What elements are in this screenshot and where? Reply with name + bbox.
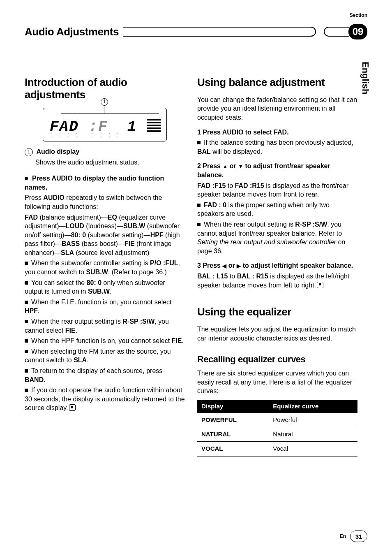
step-1: 1 Press AUDIO to select FAD. (197, 128, 357, 137)
press-audio-text: Press AUDIO repeatedly to switch between… (25, 193, 185, 211)
bullet-square-icon (25, 339, 28, 343)
right-column: Using balance adjustment You can change … (197, 76, 357, 456)
header-rule-left (123, 27, 316, 37)
bullet-square-icon (25, 389, 28, 392)
equalizer-table: Display Equalizer curve POWERFULPowerful… (197, 400, 357, 456)
left-column: Introduction of audio adjustments 1 FAD … (25, 76, 185, 456)
bullet-dot-icon (25, 177, 28, 180)
note-8: If you do not operate the audio function… (25, 386, 185, 412)
footer: En 31 (340, 531, 367, 542)
step-2-range: FAD :F15 to FAD :R15 is displayed as the… (197, 181, 357, 199)
language-tab: English (360, 62, 371, 94)
step-1-note: If the balance setting has been previous… (197, 138, 357, 156)
th-display: Display (197, 400, 269, 413)
end-mark-icon (69, 404, 76, 411)
end-mark-icon (317, 282, 323, 288)
circled-1-icon: 1 (25, 148, 33, 156)
bullet-square-icon (25, 350, 28, 353)
balance-intro: You can change the fader/balance setting… (197, 95, 357, 122)
page-number: 31 (350, 531, 367, 542)
left-triangle-icon: ◀ (222, 263, 226, 269)
lead-instruction: Press AUDIO to display the audio functio… (25, 174, 185, 192)
note-4: When the rear output setting is R-SP :S/… (25, 317, 185, 335)
bullet-square-icon (25, 369, 28, 373)
table-row: NATURALNatural (197, 427, 357, 442)
note-1: When the subwoofer controller setting is… (25, 259, 185, 276)
table-row: VOCALVocal (197, 442, 357, 456)
right-triangle-icon: ▶ (237, 263, 241, 269)
bullet-square-icon (197, 204, 201, 207)
step-2-note-1: FAD : 0 is the proper setting when only … (197, 201, 357, 218)
bullet-square-icon (197, 141, 201, 144)
down-triangle-icon: ▼ (238, 163, 243, 169)
function-chain: FAD (balance adjustment)—EQ (equalizer c… (25, 213, 185, 257)
item-1-desc: Shows the audio adjustment status. (35, 158, 185, 167)
bullet-square-icon (25, 281, 28, 285)
header-rule-right (324, 27, 349, 37)
step-2: 2 Press ▲ or ▼ to adjust front/rear spea… (197, 162, 357, 179)
intro-heading: Introduction of audio adjustments (25, 76, 185, 101)
item-1: 1 Audio display (25, 147, 185, 156)
section-number-badge: 09 (348, 24, 367, 39)
bullet-square-icon (25, 320, 28, 323)
table-row: POWERFULPowerful (197, 413, 357, 427)
section-label: Section (350, 12, 367, 18)
note-6: When selecting the FM tuner as the sourc… (25, 347, 185, 365)
recalling-heading: Recalling equalizer curves (197, 353, 357, 366)
note-5: When the HPF function is on, you cannot … (25, 336, 185, 345)
header-title: Audio Adjustments (25, 25, 119, 38)
note-3: When the F.I.E. function is on, you cann… (25, 298, 185, 315)
header-row: Audio Adjustments 09 (25, 24, 367, 39)
recalling-text: There are six stored equalizer curves wh… (197, 369, 357, 396)
step-3-range: BAL : L15 to BAL : R15 is displayed as t… (197, 272, 357, 290)
step-3: 3 Press ◀ or ▶ to adjust left/right spea… (197, 261, 357, 270)
equalizer-intro: The equalizer lets you adjust the equali… (197, 325, 357, 343)
th-curve: Equalizer curve (269, 400, 357, 413)
note-2: You can select the 80: 0 only when subwo… (25, 278, 185, 296)
bullet-square-icon (25, 262, 28, 265)
audio-display-illustration: 1 FAD :F 1 •••• •••• •••• •••• (43, 108, 167, 141)
balance-heading: Using balance adjustment (197, 76, 357, 89)
item-1-label: Audio display (36, 148, 79, 155)
footer-lang: En (340, 533, 346, 539)
note-7: To return to the display of each source,… (25, 366, 185, 384)
table-header-row: Display Equalizer curve (197, 400, 357, 413)
bullet-square-icon (197, 223, 201, 226)
equalizer-heading: Using the equalizer (197, 306, 357, 318)
bullet-square-icon (25, 301, 28, 304)
up-triangle-icon: ▲ (222, 163, 228, 169)
callout-1-icon: 1 (101, 98, 108, 106)
step-2-note-2: When the rear output setting is R-SP :S/… (197, 220, 357, 255)
